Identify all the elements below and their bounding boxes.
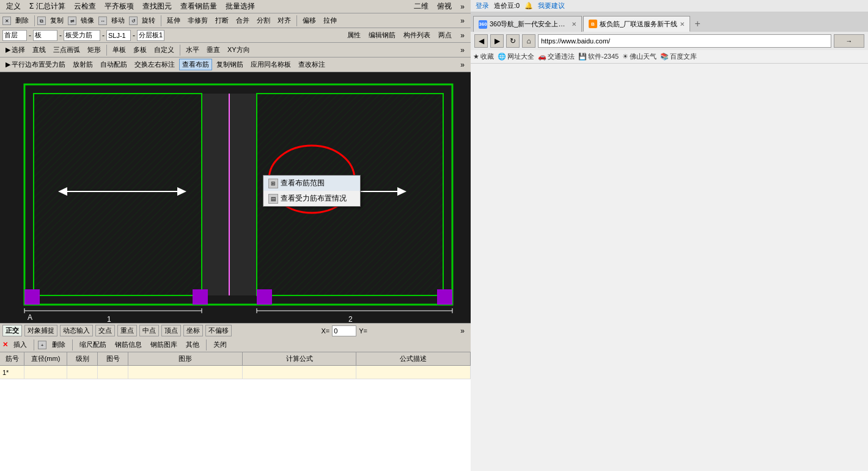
break-btn[interactable]: 打断 — [212, 15, 232, 26]
property-btn[interactable]: 属性 — [344, 29, 364, 41]
merge-btn[interactable]: 合并 — [233, 15, 252, 26]
parallel-edge-btn[interactable]: ▶ 平行边布置受力筋 — [2, 59, 68, 70]
intersection-btn[interactable]: 交点 — [95, 325, 115, 336]
tab-active[interactable]: B 板负筋_厂联送服务新干线 ✕ — [583, 16, 690, 32]
refresh-btn[interactable]: ↻ — [506, 34, 520, 48]
rotate-btn[interactable]: 旋转 — [139, 15, 158, 26]
close-btn[interactable]: 关闭 — [210, 339, 230, 350]
cell-shape-no[interactable] — [98, 366, 128, 379]
snap-btn[interactable]: 对象捕捉 — [24, 325, 57, 336]
midpoint-btn[interactable]: 中点 — [139, 325, 159, 336]
dynamic-input-btn[interactable]: 动态输入 — [60, 325, 93, 336]
suggest-link[interactable]: 我要建议 — [538, 1, 565, 10]
extend-btn[interactable]: 延伸 — [164, 15, 183, 26]
menu-sum-calc[interactable]: Σ 汇总计算 — [26, 0, 69, 13]
edit-rebar-btn[interactable]: 编辑钢筋 — [366, 29, 399, 41]
context-menu[interactable]: ⊞ 查看布筋范围 ▤ 查看受力筋布置情况 — [263, 175, 361, 207]
toolbar-library[interactable]: 📚 百度文库 — [660, 52, 697, 61]
ctx-view-layout[interactable]: ▤ 查看受力筋布置情况 — [263, 191, 360, 206]
mirror-btn[interactable]: 镜像 — [78, 15, 97, 26]
check-annotation-btn[interactable]: 查改标注 — [295, 59, 328, 70]
home-btn[interactable]: ⌂ — [522, 34, 535, 48]
forward-btn[interactable]: ▶ — [490, 34, 504, 48]
toolbar-software[interactable]: 💾 软件-2345 — [578, 52, 619, 61]
cell-desc[interactable] — [356, 366, 471, 379]
type-dropdown[interactable]: 板 — [33, 30, 57, 41]
vertical-btn[interactable]: 垂直 — [204, 44, 223, 56]
line-btn[interactable]: 直线 — [29, 44, 49, 56]
toolbar-traffic[interactable]: 🚗 交通违法 — [538, 52, 575, 61]
select-btn[interactable]: ▶ 选择 — [2, 44, 28, 56]
new-tab-btn[interactable]: + — [691, 16, 704, 32]
two-point-btn[interactable]: 两点 — [435, 29, 455, 41]
cad-viewport[interactable]: A 1 2 ⊞ 查看布筋范围 ▤ 查看受力筋布置情况 — [0, 72, 471, 323]
cell-shape[interactable] — [128, 366, 243, 379]
menu-view[interactable]: 俯视 — [433, 0, 455, 13]
tb1-expand[interactable]: » — [457, 15, 468, 26]
tb2-expand[interactable]: » — [457, 30, 468, 41]
notrim-btn[interactable]: 非修剪 — [185, 15, 211, 26]
midpoint2-btn[interactable]: 重点 — [117, 325, 137, 336]
menu-align-slab[interactable]: 平齐板项 — [101, 0, 138, 13]
split-btn[interactable]: 分割 — [254, 15, 273, 26]
toolbar-weather[interactable]: ☀ 佛山天气 — [622, 52, 657, 61]
delete-row-btn[interactable]: 删除 — [49, 339, 68, 350]
multi-slab-btn[interactable]: 多板 — [130, 44, 150, 56]
ortho-btn[interactable]: 正交 — [2, 325, 22, 336]
menu-expand[interactable]: » — [457, 1, 468, 12]
offset-btn[interactable]: 偏移 — [300, 15, 319, 26]
reinf-dropdown[interactable]: 板受力筋 — [64, 30, 100, 41]
nooffset-btn[interactable]: 不偏移 — [205, 325, 232, 336]
menu-cloud-check[interactable]: 云检查 — [70, 0, 100, 13]
tab-360-close[interactable]: ✕ — [572, 21, 576, 28]
vertex-btn[interactable]: 顶点 — [161, 325, 181, 336]
tab-active-close[interactable]: ✕ — [680, 21, 685, 28]
tb4-expand[interactable]: » — [457, 59, 468, 70]
menu-find-element[interactable]: 查找图元 — [139, 0, 175, 13]
insert-btn[interactable]: 插入 — [10, 339, 30, 350]
rebar-lib-btn[interactable]: 钢筋图库 — [147, 339, 180, 350]
cell-formula[interactable] — [243, 366, 357, 379]
menu-batch-select[interactable]: 批量选择 — [222, 0, 259, 13]
rect-btn[interactable]: 矩形 — [84, 44, 104, 56]
view-layout-btn[interactable]: 查看布筋 — [179, 59, 212, 70]
custom-btn[interactable]: 自定义 — [151, 44, 177, 56]
swap-label-btn[interactable]: 交换左右标注 — [131, 59, 178, 70]
tb3-expand[interactable]: » — [457, 45, 468, 56]
xy-btn[interactable]: XY方向 — [224, 44, 253, 56]
apply-same-btn[interactable]: 应用同名称板 — [248, 59, 294, 70]
stretch-btn[interactable]: 拉伸 — [320, 15, 340, 26]
menu-2d[interactable]: 二维 — [410, 0, 432, 13]
cell-diameter[interactable] — [24, 366, 67, 379]
member-list-btn[interactable]: 构件列表 — [400, 29, 433, 41]
scale-rebar-btn[interactable]: 缩尺配筋 — [76, 339, 109, 350]
address-input[interactable] — [538, 34, 831, 48]
x-input[interactable]: 0 — [332, 325, 356, 336]
horizontal-btn[interactable]: 水平 — [183, 44, 202, 56]
id-dropdown[interactable]: SLJ-1 — [106, 30, 131, 41]
radial-btn[interactable]: 放射筋 — [70, 59, 96, 70]
layer-dropdown[interactable]: 首层 — [2, 30, 27, 41]
menu-view-rebar[interactable]: 查看钢筋量 — [177, 0, 221, 13]
align-btn[interactable]: 对齐 — [274, 15, 294, 26]
rebar-info-btn[interactable]: 钢筋信息 — [112, 339, 145, 350]
coord-btn[interactable]: 坐标 — [183, 325, 203, 336]
copy-rebar-btn[interactable]: 复制钢筋 — [213, 59, 246, 70]
auto-config-btn[interactable]: 自动配筋 — [97, 59, 130, 70]
other-btn[interactable]: 其他 — [183, 339, 202, 350]
move-btn[interactable]: 移动 — [108, 15, 128, 26]
arc-btn[interactable]: 三点画弧 — [50, 44, 83, 56]
login-link[interactable]: 登录 — [476, 1, 489, 10]
single-slab-btn[interactable]: 单板 — [109, 44, 129, 56]
back-btn[interactable]: ◀ — [474, 34, 488, 48]
go-btn[interactable]: → — [834, 34, 864, 48]
sublayer-dropdown[interactable]: 分层板1 — [137, 30, 164, 41]
toolbar-url-nav[interactable]: 🌐 网址大全 — [498, 52, 534, 61]
ctx-view-range[interactable]: ⊞ 查看布筋范围 — [263, 176, 360, 191]
tab-360[interactable]: 360 360导航_新一代安全上网导航 ✕ — [473, 16, 582, 32]
toolbar-favorites[interactable]: ★ 收藏 — [473, 52, 494, 61]
status-expand[interactable]: » — [457, 325, 468, 336]
menu-define[interactable]: 定义 — [2, 0, 24, 13]
cell-grade[interactable] — [67, 366, 98, 379]
delete-btn[interactable]: 删除 — [12, 15, 32, 26]
